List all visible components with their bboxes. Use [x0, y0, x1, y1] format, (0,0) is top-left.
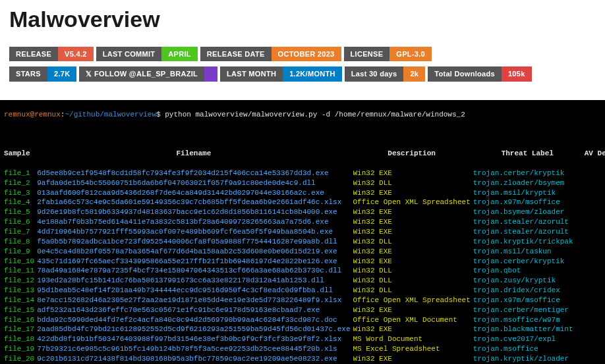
cell-filename: 78ad49a1684e7879a7235f4bcf734e1580470643… — [37, 266, 353, 276]
table-row: file_1977b29321c6e985c5c961b5fc149b124bb… — [4, 344, 605, 354]
cell-sample: file_20 — [4, 354, 37, 364]
cell-description: Win32 EXE — [353, 325, 473, 334]
cell-av-detection: 60 — [585, 227, 605, 237]
badge[interactable]: Total Downloads105k — [428, 66, 531, 82]
cell-sample: file_1 — [4, 169, 37, 178]
cell-av-detection: 58 — [585, 257, 605, 267]
badge-value: OCTOBER 2023 — [272, 47, 341, 61]
cell-filename: 8e7acc152682d46a2305e27f2aa2ae19d1871e85… — [37, 296, 353, 305]
badge-value: 2k — [403, 66, 425, 82]
cell-filename: 9afda0de1b54bc55060751b6da6b6f047063021f… — [37, 178, 353, 188]
table-row: file_18422dbd8f19b1bf503476403988f997bd3… — [4, 334, 605, 344]
table-row: file_29afda0de1b54bc55060751b6da6b6f0470… — [4, 178, 605, 188]
table-row: file_1178ad49a1684e7879a7235f4bcf734e158… — [4, 266, 605, 276]
cell-description: Office Open XML Document — [353, 315, 473, 325]
prompt-path: ~/github/malwoverview — [65, 111, 156, 118]
badge[interactable]: 𝕏 FOLLOW @ALE_SP_BRAZIL — [79, 66, 217, 82]
badge-label: LAST MONTH — [220, 66, 283, 82]
cell-sample: file_8 — [4, 237, 37, 247]
badge-value: V5.4.2 — [58, 47, 94, 61]
cell-description: Win32 EXE — [353, 227, 473, 237]
badge-value: 1.2K/MONTH — [283, 66, 342, 82]
cell-filename: 9c201b6131cd721438f814bd308168b95a3bfbc7… — [37, 354, 353, 364]
table-row: file_16bdda92c5990ded44fd7ef2c4acfa840c0… — [4, 315, 605, 325]
cell-sample: file_5 — [4, 207, 37, 217]
cell-filename: 193ed2a28bfc15b141dc76ba586137991673cc6a… — [37, 276, 353, 286]
cell-sample: file_4 — [4, 197, 37, 207]
badge[interactable]: Last 30 days2k — [345, 66, 425, 82]
cell-filename: 2aad85dbd4fc79bd21c6128952552d5cd9f62162… — [37, 325, 353, 334]
cell-description: Win32 EXE — [353, 207, 473, 217]
cell-sample: file_11 — [4, 266, 37, 276]
cell-description: Office Open XML Spreadsheet — [353, 296, 473, 305]
cell-filename: 6d5ee8b9ce1f9548f8cd1d58fc7934fe3f9f2034… — [37, 169, 353, 178]
cell-threat-label: trojan.stealer/azorult — [473, 227, 585, 237]
badge[interactable]: STARS2.7K — [9, 66, 76, 82]
page-title: Malwoverview — [9, 7, 596, 32]
cell-threat-label: trojan.cerber/mentiger — [473, 305, 585, 315]
col-threat: Threat Label — [473, 149, 585, 159]
cell-description: Win32 DLL — [353, 178, 473, 188]
cell-sample: file_7 — [4, 227, 37, 237]
cell-sample: file_10 — [4, 257, 37, 267]
cell-av-detection: 53 — [585, 217, 605, 227]
cell-filename: adf5232a1643d236feffc70e563c05671e1fc91b… — [37, 305, 353, 315]
cell-filename: 422dbd8f19b1bf503476403988f997bd31546e38… — [37, 334, 353, 344]
badge[interactable]: RELEASEV5.4.2 — [9, 47, 94, 61]
cell-av-detection: 51 — [585, 188, 605, 198]
output-table: Sample Filename Description Threat Label… — [4, 149, 605, 364]
col-sample: Sample — [4, 149, 37, 159]
cell-av-detection: 59 — [585, 169, 605, 178]
table-header-row: Sample Filename Description Threat Label… — [4, 149, 605, 159]
cell-description: Win32 EXE — [353, 305, 473, 315]
cell-description: Win32 EXE — [353, 169, 473, 178]
table-row: file_8f5a0b5b7892adbca1bce723fd952544000… — [4, 237, 605, 247]
cell-threat-label: trojan.x97m/msoffice — [473, 197, 585, 207]
cell-sample: file_13 — [4, 286, 37, 296]
table-row: file_1395d1beab5c48ef14f201aa49b7344444e… — [4, 286, 605, 296]
badge[interactable]: LAST COMMITAPRIL — [96, 47, 198, 61]
cell-threat-label: trojan.zloader/bsymem — [473, 178, 585, 188]
badge-label: 𝕏 FOLLOW @ALE_SP_BRAZIL — [79, 66, 204, 82]
cell-av-detection: 30 — [585, 334, 605, 344]
prompt-command: python malwoverview/malwoverview.py -d /… — [165, 111, 465, 118]
badge[interactable]: LICENSEGPL-3.0 — [344, 47, 432, 61]
cell-filename: 435c71d1697fc65aecf3343995866a55e217ffb2… — [37, 257, 353, 267]
cell-av-detection: 38 — [585, 344, 605, 354]
cell-sample: file_15 — [4, 305, 37, 315]
badge-value: 2.7K — [47, 66, 76, 82]
table-row: file_148e7acc152682d46a2305e27f2aa2ae19d… — [4, 296, 605, 305]
cell-description: Win32 EXE — [353, 257, 473, 267]
cell-threat-label: trojan.dridex/cridex — [473, 286, 585, 296]
cell-threat-label: trojan.msil/taskun — [473, 247, 585, 257]
table-row: file_59d26e19b8fc5819b6334937d48183637ba… — [4, 207, 605, 217]
cell-av-detection: 31 — [585, 197, 605, 207]
cell-description: Win32 DLL — [353, 276, 473, 286]
badge[interactable]: RELEASE DATEOCTOBER 2023 — [200, 47, 341, 61]
cell-threat-label: trojan.msil/kryptik — [473, 188, 585, 198]
table-row: file_10435c71d1697fc65aecf3343995866a55e… — [4, 257, 605, 267]
badge[interactable]: LAST MONTH1.2K/MONTH — [220, 66, 342, 82]
cell-sample: file_16 — [4, 315, 37, 325]
cell-threat-label: trojan.bsymem/zloader — [473, 207, 585, 217]
table-row: file_74dd710964bb7577921fff55993ac0f007e… — [4, 227, 605, 237]
cell-av-detection: 31 — [585, 296, 605, 305]
badge-label: RELEASE DATE — [200, 47, 272, 61]
col-av: AV Detection — [585, 149, 605, 159]
table-row: file_172aad85dbd4fc79bd21c6128952552d5cd… — [4, 325, 605, 334]
badges-row-1: RELEASEV5.4.2LAST COMMITAPRILRELEASE DAT… — [9, 47, 596, 61]
badge-label: LAST COMMIT — [96, 47, 162, 61]
cell-threat-label: trojan.qbot — [473, 266, 585, 276]
table-row: file_209c201b6131cd721438f814bd308168b95… — [4, 354, 605, 364]
cell-description: Win32 DLL — [353, 266, 473, 276]
badge-label: RELEASE — [9, 47, 58, 61]
badge-value: APRIL — [161, 47, 198, 61]
cell-av-detection: 50 — [585, 178, 605, 188]
badge-label: Last 30 days — [345, 66, 404, 82]
cell-sample: file_2 — [4, 178, 37, 188]
cell-sample: file_6 — [4, 217, 37, 227]
cell-description: Win32 DLL — [353, 237, 473, 247]
cell-filename: 013aafd600f812caa9d5436d268f7de64ca849d3… — [37, 188, 353, 198]
table-row: file_16d5ee8b9ce1f9548f8cd1d58fc7934fe3f… — [4, 169, 605, 178]
badge-value — [204, 66, 217, 82]
